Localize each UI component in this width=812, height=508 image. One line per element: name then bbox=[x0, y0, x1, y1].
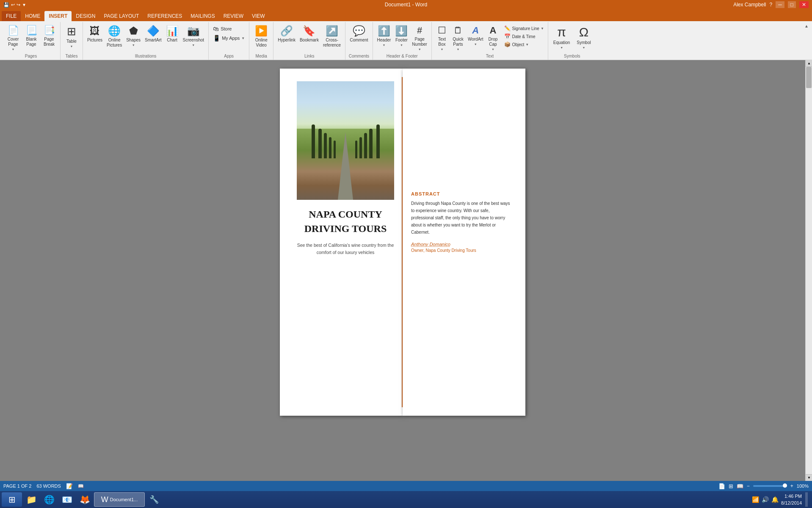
taskbar-sound-icon[interactable]: 🔊 bbox=[762, 496, 769, 503]
smartart-icon: 🔷 bbox=[147, 25, 160, 37]
drop-cap-icon: A bbox=[489, 25, 496, 36]
spell-check-icon[interactable]: 📝 bbox=[66, 483, 73, 489]
tab-insert[interactable]: INSERT bbox=[44, 11, 72, 21]
page-break-button[interactable]: 📑 PageBreak bbox=[41, 24, 58, 48]
object-button[interactable]: 📦 Object ▼ bbox=[503, 41, 545, 48]
language-icon: 📖 bbox=[78, 483, 84, 489]
tab-design[interactable]: DESIGN bbox=[72, 11, 99, 21]
taskbar-btn-word[interactable]: W Document1... bbox=[94, 492, 145, 507]
taskbar-btn-explorer[interactable]: 📁 bbox=[23, 492, 40, 507]
word-count: 63 WORDS bbox=[36, 483, 61, 489]
comment-button[interactable]: 💬 Comment bbox=[348, 24, 370, 44]
document-image bbox=[297, 81, 394, 200]
pictures-button[interactable]: 🖼 Pictures bbox=[86, 24, 104, 44]
symbol-button[interactable]: Ω Symbol ▼ bbox=[574, 24, 593, 50]
zoom-thumb[interactable] bbox=[783, 483, 787, 488]
footer-button[interactable]: ⬇️ Footer ▼ bbox=[393, 24, 409, 48]
table-label: Table bbox=[66, 39, 77, 44]
customize-quick-access-icon[interactable]: ▼ bbox=[22, 3, 26, 7]
close-btn[interactable]: ✕ bbox=[799, 1, 809, 8]
equation-button[interactable]: π Equation ▼ bbox=[551, 24, 572, 50]
online-video-button[interactable]: ▶️ OnlineVideo bbox=[252, 24, 271, 49]
zoom-minus-btn[interactable]: − bbox=[747, 483, 750, 489]
online-video-icon: ▶️ bbox=[255, 25, 268, 37]
cover-page-button[interactable]: 📄 CoverPage ▼ bbox=[4, 24, 22, 52]
date-time-button[interactable]: 📅 Date & Time bbox=[503, 33, 545, 40]
tab-view[interactable]: VIEW bbox=[248, 11, 269, 21]
tab-file[interactable]: FILE bbox=[2, 11, 21, 21]
vertical-scrollbar[interactable]: ▲ ▼ bbox=[805, 60, 812, 481]
view-web-btn[interactable]: ⊞ bbox=[729, 483, 733, 489]
text-group-label: Text bbox=[434, 53, 545, 60]
zoom-level: 100% bbox=[797, 483, 809, 489]
text-box-button[interactable]: ☐ TextBox ▼ bbox=[434, 24, 450, 52]
my-apps-button[interactable]: 📱 My Apps ▼ bbox=[211, 34, 246, 42]
redo-icon[interactable]: ↪ bbox=[17, 2, 20, 8]
tab-page-layout[interactable]: PAGE LAYOUT bbox=[99, 11, 143, 21]
signature-line-button[interactable]: ✏️ Signature Line ▼ bbox=[503, 25, 545, 32]
quick-parts-button[interactable]: 🗒 QuickParts ▼ bbox=[450, 24, 466, 52]
chart-button[interactable]: 📊 Chart bbox=[164, 24, 180, 44]
online-pictures-button[interactable]: 🌐 OnlinePictures bbox=[105, 24, 124, 49]
taskbar-time: 1:46 PM bbox=[781, 493, 802, 500]
tab-references[interactable]: REFERENCES bbox=[143, 11, 186, 21]
store-button[interactable]: 🛍 Store bbox=[211, 25, 233, 33]
document-title[interactable]: NAPA COUNTY DRIVING TOURS bbox=[297, 207, 394, 236]
undo-icon[interactable]: ↩ bbox=[11, 2, 15, 8]
tab-review[interactable]: REVIEW bbox=[219, 11, 248, 21]
ribbon-group-symbols: π Equation ▼ Ω Symbol ▼ Symbols bbox=[548, 22, 596, 60]
quick-save-icon[interactable]: 💾 bbox=[3, 2, 9, 8]
screenshot-button[interactable]: 📷 Screenshot ▼ bbox=[181, 24, 206, 48]
shapes-button[interactable]: ⬟ Shapes ▼ bbox=[124, 24, 142, 48]
smartart-button[interactable]: 🔷 SmartArt bbox=[143, 24, 163, 44]
bookmark-label: Bookmark bbox=[300, 38, 319, 43]
view-read-btn[interactable]: 📖 bbox=[737, 483, 743, 489]
start-button[interactable]: ⊞ bbox=[2, 492, 22, 507]
ribbon-group-media: ▶️ OnlineVideo Media bbox=[249, 22, 273, 60]
shapes-icon: ⬟ bbox=[129, 25, 138, 37]
minimize-btn[interactable]: ─ bbox=[776, 1, 784, 8]
object-label: Object bbox=[512, 42, 524, 47]
header-button[interactable]: ⬆️ Header ▼ bbox=[376, 24, 393, 48]
document-subtitle[interactable]: See the best of California's wine countr… bbox=[297, 242, 394, 256]
taskbar-notification-icon[interactable]: 🔔 bbox=[771, 496, 779, 503]
help-icon[interactable]: ? bbox=[770, 2, 773, 8]
my-apps-arrow: ▼ bbox=[241, 36, 245, 40]
taskbar-clock[interactable]: 1:46 PM 8/12/2014 bbox=[781, 493, 802, 507]
bookmark-button[interactable]: 🔖 Bookmark bbox=[298, 24, 320, 44]
taskbar-btn-outlook[interactable]: 📧 bbox=[58, 492, 75, 507]
table-icon: ⊞ bbox=[67, 25, 76, 38]
blank-page-button[interactable]: 📃 BlankPage bbox=[23, 24, 40, 48]
ribbon-group-text: ☐ TextBox ▼ 🗒 QuickParts ▼ A WordArt ▼ A… bbox=[432, 22, 548, 60]
page-number-button[interactable]: # PageNumber ▼ bbox=[410, 24, 429, 52]
cross-reference-button[interactable]: ↗️ Cross-reference bbox=[321, 24, 342, 49]
date-time-label: Date & Time bbox=[512, 34, 535, 39]
page-number-arrow: ▼ bbox=[418, 48, 421, 51]
taskbar-btn-chrome[interactable]: 🌐 bbox=[41, 492, 58, 507]
ribbon-collapse-btn[interactable]: ▲ bbox=[803, 22, 810, 60]
page-break-icon: 📑 bbox=[44, 25, 55, 36]
page-info: PAGE 1 OF 2 bbox=[3, 483, 31, 489]
taskbar-btn-firefox[interactable]: 🦊 bbox=[76, 492, 93, 507]
taskbar-show-desktop-btn[interactable] bbox=[805, 492, 808, 507]
taskbar-network-icon[interactable]: 📶 bbox=[752, 496, 759, 503]
zoom-plus-btn[interactable]: + bbox=[790, 483, 793, 489]
maximize-btn[interactable]: □ bbox=[788, 1, 796, 8]
drop-cap-button[interactable]: A DropCap ▼ bbox=[485, 24, 501, 52]
tab-home[interactable]: HOME bbox=[21, 11, 44, 21]
hyperlink-button[interactable]: 🔗 Hyperlink bbox=[276, 24, 297, 44]
abstract-text[interactable]: Driving through Napa County is one of th… bbox=[411, 200, 513, 236]
tab-mailings[interactable]: MAILINGS bbox=[186, 11, 219, 21]
taskbar-btn-settings[interactable]: 🔧 bbox=[146, 492, 163, 507]
signature-line-arrow: ▼ bbox=[541, 27, 544, 30]
wordart-button[interactable]: A WordArt ▼ bbox=[467, 24, 485, 47]
scroll-thumb[interactable] bbox=[806, 67, 812, 88]
author-name: Anthony Domanico bbox=[411, 242, 513, 247]
view-print-btn[interactable]: 📄 bbox=[718, 483, 725, 489]
scroll-down-btn[interactable]: ▼ bbox=[806, 474, 812, 481]
footer-icon: ⬇️ bbox=[395, 25, 408, 37]
taskbar: ⊞ 📁 🌐 📧 🦊 W Document1... 🔧 📶 🔊 🔔 1:46 PM… bbox=[0, 491, 812, 508]
scroll-up-btn[interactable]: ▲ bbox=[806, 60, 812, 67]
table-button[interactable]: ⊞ Table ▼ bbox=[63, 24, 80, 49]
zoom-slider[interactable] bbox=[753, 485, 787, 487]
